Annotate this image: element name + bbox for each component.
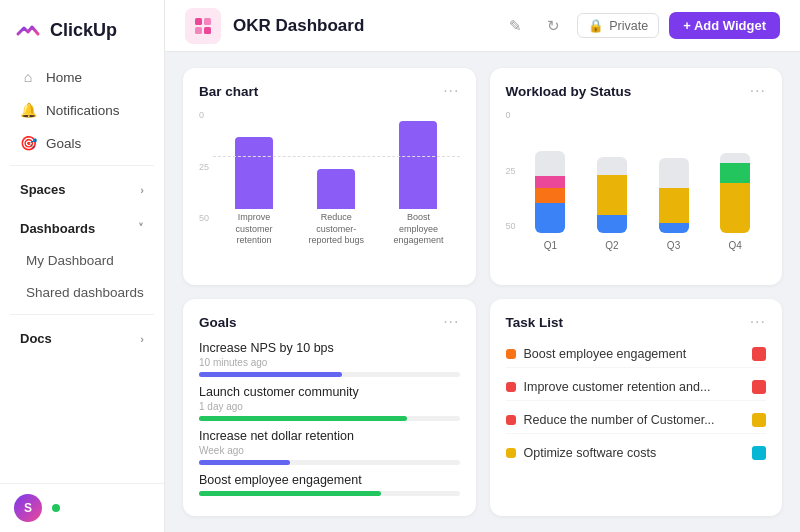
goals-card-menu[interactable]: ···	[443, 313, 459, 331]
chevron-right-icon-docs: ›	[140, 333, 144, 345]
home-icon: ⌂	[20, 69, 36, 85]
clickup-logo-icon	[14, 16, 42, 44]
goal-item: Boost employee engagement	[199, 473, 460, 496]
svg-rect-0	[195, 18, 202, 25]
task-priority-flag	[752, 347, 766, 361]
goals-card-header: Goals ···	[199, 313, 460, 331]
goal-progress-track	[199, 460, 460, 465]
bar	[317, 169, 355, 209]
task-item[interactable]: Improve customer retention and...	[506, 374, 767, 401]
task-item[interactable]: Reduce the number of Customer...	[506, 407, 767, 434]
avatar-initial: S	[24, 501, 32, 515]
task-item[interactable]: Boost employee engagement	[506, 341, 767, 368]
task-list-menu[interactable]: ···	[750, 313, 766, 331]
goal-name: Increase net dollar retention	[199, 429, 460, 443]
bell-icon: 🔔	[20, 102, 36, 118]
stacked-bar	[720, 153, 750, 233]
sidebar-item-docs[interactable]: Docs ›	[6, 323, 158, 354]
stacked-bar	[535, 151, 565, 233]
svg-rect-2	[195, 27, 202, 34]
task-list-card: Task List ··· Boost employee engagementI…	[490, 299, 783, 516]
bar-label: Boost employee engagement	[388, 212, 448, 247]
task-status-dot	[506, 349, 516, 359]
dashboard-icon	[185, 8, 221, 44]
bar-chart-area: 50 25 0 Improve customer retentionReduce…	[199, 110, 460, 271]
stacked-segment	[659, 223, 689, 233]
stacked-bar	[597, 157, 627, 233]
sidebar: ClickUp ⌂ Home 🔔 Notifications 🎯 Goals S…	[0, 0, 165, 532]
dashboard-grid: Bar chart ··· 50 25 0 Improve customer r…	[165, 52, 800, 532]
goal-progress-track	[199, 416, 460, 421]
sidebar-item-my-dashboard[interactable]: My Dashboard	[6, 245, 158, 276]
sidebar-item-spaces[interactable]: Spaces ›	[6, 174, 158, 205]
stacked-segment	[535, 188, 565, 203]
goal-time: 1 day ago	[199, 401, 460, 412]
goal-progress-fill	[199, 460, 290, 465]
goal-item: Launch customer community1 day ago	[199, 385, 460, 421]
bar-label: Reduce customer-reported bugs	[306, 212, 366, 247]
stacked-segment	[597, 175, 627, 215]
stacked-bar	[659, 158, 689, 233]
logo[interactable]: ClickUp	[0, 0, 164, 56]
sidebar-item-home[interactable]: ⌂ Home	[6, 61, 158, 93]
goals-list: Increase NPS by 10 bps10 minutes agoLaun…	[199, 341, 460, 502]
bar	[399, 121, 437, 209]
sidebar-item-my-dashboard-label: My Dashboard	[26, 253, 114, 268]
goal-progress-track	[199, 372, 460, 377]
goal-time: Week ago	[199, 445, 460, 456]
sidebar-item-goals[interactable]: 🎯 Goals	[6, 127, 158, 159]
sidebar-item-docs-label: Docs	[20, 331, 52, 346]
stacked-segment	[659, 158, 689, 188]
bar-label: Improve customer retention	[224, 212, 284, 247]
task-name: Optimize software costs	[524, 446, 745, 460]
task-list-title: Task List	[506, 315, 564, 330]
workload-chart-card: Workload by Status ··· 50 25 0 Q1Q2Q3Q4	[490, 68, 783, 285]
stacked-segment	[535, 203, 565, 233]
bar-chart-menu[interactable]: ···	[443, 82, 459, 100]
stacked-segment	[597, 157, 627, 175]
sidebar-nav: ⌂ Home 🔔 Notifications 🎯 Goals Spaces › …	[0, 56, 164, 483]
task-name: Reduce the number of Customer...	[524, 413, 745, 427]
goals-card-title: Goals	[199, 315, 237, 330]
grid-icon	[193, 16, 213, 36]
stacked-segment	[535, 151, 565, 176]
task-status-dot	[506, 382, 516, 392]
workload-chart-menu[interactable]: ···	[750, 82, 766, 100]
avatar[interactable]: S	[14, 494, 42, 522]
workload-chart-area: 50 25 0 Q1Q2Q3Q4	[506, 110, 767, 271]
bar-chart-bars: Improve customer retentionReduce custome…	[213, 110, 459, 247]
sidebar-item-notifications-label: Notifications	[46, 103, 120, 118]
chevron-down-icon: ˅	[138, 222, 144, 235]
sidebar-item-dashboards[interactable]: Dashboards ˅	[6, 213, 158, 244]
goal-time: 10 minutes ago	[199, 357, 460, 368]
goal-progress-fill	[199, 372, 342, 377]
task-list: Boost employee engagementImprove custome…	[506, 341, 767, 502]
stacked-segment	[720, 163, 750, 183]
quarter-label: Q3	[667, 240, 680, 251]
sidebar-footer: S	[0, 483, 164, 532]
task-item[interactable]: Optimize software costs	[506, 440, 767, 466]
goals-card: Goals ··· Increase NPS by 10 bps10 minut…	[183, 299, 476, 516]
chevron-right-icon: ›	[140, 184, 144, 196]
stacked-segment	[720, 183, 750, 233]
goal-name: Boost employee engagement	[199, 473, 460, 487]
stacked-segment	[535, 176, 565, 188]
quarter-label: Q4	[728, 240, 741, 251]
privacy-toggle[interactable]: 🔒 Private	[577, 13, 659, 38]
bar-group: Boost employee engagement	[388, 121, 448, 247]
goal-progress-fill	[199, 416, 407, 421]
goal-item: Increase NPS by 10 bps10 minutes ago	[199, 341, 460, 377]
logo-text: ClickUp	[50, 20, 117, 41]
sidebar-item-shared-dashboards-label: Shared dashboards	[26, 285, 144, 300]
quarter-label: Q2	[605, 240, 618, 251]
sidebar-item-shared-dashboards[interactable]: Shared dashboards	[6, 277, 158, 308]
add-widget-button[interactable]: + Add Widget	[669, 12, 780, 39]
workload-chart-header: Workload by Status ···	[506, 82, 767, 100]
task-priority-flag	[752, 380, 766, 394]
refresh-button[interactable]: ↻	[539, 12, 567, 40]
sidebar-item-notifications[interactable]: 🔔 Notifications	[6, 94, 158, 126]
goal-name: Increase NPS by 10 bps	[199, 341, 460, 355]
svg-rect-3	[204, 27, 211, 34]
edit-button[interactable]: ✎	[501, 12, 529, 40]
task-name: Improve customer retention and...	[524, 380, 745, 394]
